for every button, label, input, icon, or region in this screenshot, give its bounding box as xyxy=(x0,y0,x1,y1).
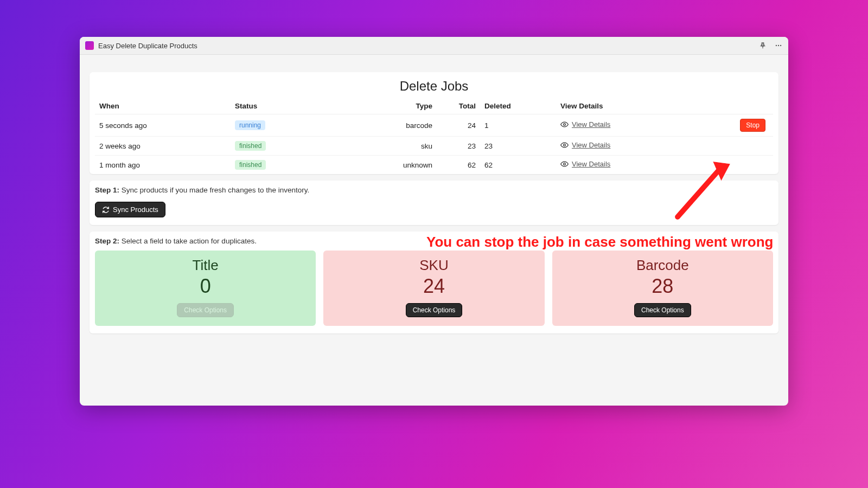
cell-type: sku xyxy=(339,137,437,156)
check-options-button[interactable]: Check Options xyxy=(406,303,463,317)
col-header-actions xyxy=(686,98,773,114)
col-header-type: Type xyxy=(339,98,437,114)
view-details-label: View Details xyxy=(572,141,610,149)
col-header-status: Status xyxy=(231,98,339,114)
app-icon xyxy=(85,41,94,50)
card-barcode: Barcode 28 Check Options xyxy=(552,251,773,326)
cell-deleted: 62 xyxy=(480,156,556,175)
step2-label: Step 2: Select a field to take action fo… xyxy=(95,237,773,245)
cell-total: 23 xyxy=(437,137,480,156)
cell-view: View Details xyxy=(556,137,686,156)
table-row: 2 weeks ago finished sku 23 23 View Deta… xyxy=(95,137,773,156)
status-badge: finished xyxy=(235,141,266,151)
cell-status: finished xyxy=(231,156,339,175)
cell-when: 5 seconds ago xyxy=(95,114,231,137)
cell-type: barcode xyxy=(339,114,437,137)
cell-view: View Details xyxy=(556,114,686,137)
delete-jobs-heading: Delete Jobs xyxy=(90,76,778,98)
check-options-button: Check Options xyxy=(177,303,234,317)
status-badge: finished xyxy=(235,160,266,170)
delete-jobs-panel: Delete Jobs When Status Type Total Delet… xyxy=(90,72,778,174)
svg-point-4 xyxy=(564,124,566,126)
col-header-deleted: Deleted xyxy=(480,98,556,114)
stop-button[interactable]: Stop xyxy=(740,119,765,132)
svg-point-5 xyxy=(564,144,566,146)
cell-view: View Details xyxy=(556,156,686,175)
cell-actions: Stop xyxy=(686,114,773,137)
title-actions xyxy=(759,42,783,49)
step1-label-rest: Sync products if you made fresh changes … xyxy=(119,186,309,194)
svg-point-3 xyxy=(780,45,781,46)
col-header-view: View Details xyxy=(556,98,686,114)
step1-panel: Step 1: Sync products if you made fresh … xyxy=(90,181,778,225)
col-header-total: Total xyxy=(437,98,480,114)
app-title: Easy Delete Duplicate Products xyxy=(98,42,759,50)
cell-actions xyxy=(686,137,773,156)
card-heading: Barcode xyxy=(557,257,769,274)
svg-point-2 xyxy=(778,45,779,46)
sync-products-label: Sync Products xyxy=(113,206,158,214)
check-options-button[interactable]: Check Options xyxy=(634,303,691,317)
eye-icon xyxy=(560,141,569,149)
content-area: Delete Jobs When Status Type Total Delet… xyxy=(80,55,788,350)
eye-icon xyxy=(560,120,569,129)
card-count: 24 xyxy=(328,275,540,298)
app-window: Easy Delete Duplicate Products Delete Jo… xyxy=(80,37,788,406)
view-details-link[interactable]: View Details xyxy=(560,160,610,168)
svg-point-6 xyxy=(564,163,566,165)
step1-label-bold: Step 1: xyxy=(95,186,119,194)
view-details-label: View Details xyxy=(572,120,610,129)
svg-point-1 xyxy=(776,45,777,46)
card-heading: SKU xyxy=(328,257,540,274)
col-header-when: When xyxy=(95,98,231,114)
card-count: 28 xyxy=(557,275,769,298)
table-row: 1 month ago finished unknown 62 62 View … xyxy=(95,156,773,175)
step2-label-bold: Step 2: xyxy=(95,237,119,245)
cell-deleted: 1 xyxy=(480,114,556,137)
cell-status: finished xyxy=(231,137,339,156)
eye-icon xyxy=(560,160,569,168)
step2-panel: Step 2: Select a field to take action fo… xyxy=(90,232,778,333)
pin-icon[interactable] xyxy=(759,42,767,49)
more-icon[interactable] xyxy=(774,42,783,49)
card-count: 0 xyxy=(99,275,311,298)
titlebar: Easy Delete Duplicate Products xyxy=(80,37,788,55)
table-header-row: When Status Type Total Deleted View Deta… xyxy=(95,98,773,114)
cell-total: 62 xyxy=(437,156,480,175)
table-row: 5 seconds ago running barcode 24 1 View … xyxy=(95,114,773,137)
card-sku: SKU 24 Check Options xyxy=(323,251,544,326)
refresh-icon xyxy=(102,206,110,214)
cell-actions xyxy=(686,156,773,175)
card-heading: Title xyxy=(99,257,311,274)
step2-label-rest: Select a field to take action for duplic… xyxy=(119,237,257,245)
delete-jobs-table: When Status Type Total Deleted View Deta… xyxy=(95,98,773,174)
view-details-label: View Details xyxy=(572,160,610,168)
cell-status: running xyxy=(231,114,339,137)
step1-label: Step 1: Sync products if you made fresh … xyxy=(95,186,773,194)
view-details-link[interactable]: View Details xyxy=(560,120,610,129)
cell-type: unknown xyxy=(339,156,437,175)
cell-when: 2 weeks ago xyxy=(95,137,231,156)
view-details-link[interactable]: View Details xyxy=(560,141,610,149)
card-title: Title 0 Check Options xyxy=(95,251,316,326)
cell-total: 24 xyxy=(437,114,480,137)
cell-when: 1 month ago xyxy=(95,156,231,175)
cell-deleted: 23 xyxy=(480,137,556,156)
status-badge: running xyxy=(235,120,265,130)
duplicate-cards: Title 0 Check Options SKU 24 Check Optio… xyxy=(95,251,773,326)
sync-products-button[interactable]: Sync Products xyxy=(95,202,165,217)
